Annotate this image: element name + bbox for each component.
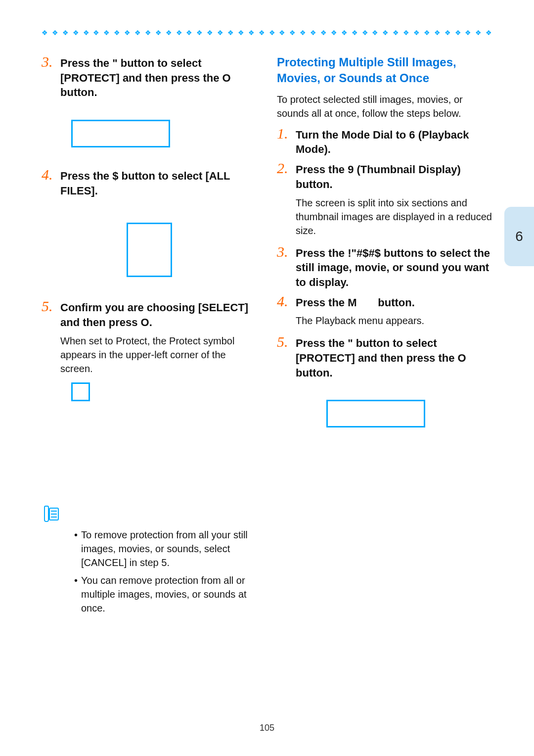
step4-text-b: button.	[378, 296, 415, 309]
protect-symbol-placeholder	[71, 382, 90, 401]
step-body-text: When set to Protect, the Protect symbol …	[60, 334, 257, 376]
step-body-text: The screen is split into six sections an…	[296, 196, 492, 237]
left-column: 3. Press the " button to select [PROTECT…	[42, 54, 257, 619]
manual-page: ❖ ❖ ❖ ❖ ❖ ❖ ❖ ❖ ❖ ❖ ❖ ❖ ❖ ❖ ❖ ❖ ❖ ❖ ❖ ❖ …	[0, 0, 534, 756]
note-block: To remove protection from all your still…	[42, 505, 257, 615]
right-step-2: 2. Press the 9 (Thumbnail Display) butto…	[277, 161, 492, 191]
section-heading: Protecting Multiple Still Images, Movies…	[277, 54, 492, 87]
step-body-text: The Playback menu appears.	[296, 314, 492, 328]
screenshot-placeholder	[127, 223, 172, 277]
two-column-layout: 3. Press the " button to select [PROTECT…	[42, 54, 492, 619]
screenshot-placeholder	[326, 400, 425, 427]
step-number: 4.	[277, 294, 290, 310]
step-text: Press the $ button to select [ALL FILES]…	[60, 167, 257, 198]
step-text: Press the !"#$#$ buttons to select the s…	[296, 244, 492, 290]
left-step-5: 5. Confirm you are choosing [SELECT] and…	[42, 299, 257, 330]
step-text: Press the " button to select [PROTECT] a…	[296, 334, 492, 380]
right-step-4: 4. Press the M button.	[277, 294, 492, 310]
page-number: 105	[0, 723, 534, 733]
step-text: Confirm you are choosing [SELECT] and th…	[60, 299, 257, 330]
note-icon	[42, 505, 59, 523]
step-number: 5.	[42, 299, 54, 330]
note-bullet-2: You can remove protection from all or mu…	[74, 573, 257, 615]
right-step-3: 3. Press the !"#$#$ buttons to select th…	[277, 244, 492, 290]
step-text: Press the " button to select [PROTECT] a…	[60, 54, 257, 100]
note-bullets: To remove protection from all your still…	[42, 528, 257, 615]
section-intro: To protect selected still images, movies…	[277, 93, 492, 120]
step-number: 3.	[277, 244, 290, 290]
right-step-5: 5. Press the " button to select [PROTECT…	[277, 334, 492, 380]
decorative-diamond-border: ❖ ❖ ❖ ❖ ❖ ❖ ❖ ❖ ❖ ❖ ❖ ❖ ❖ ❖ ❖ ❖ ❖ ❖ ❖ ❖ …	[42, 29, 492, 36]
note-bullet-1: To remove protection from all your still…	[74, 528, 257, 569]
step4-text-a: Press the M	[296, 296, 357, 309]
step-text: Turn the Mode Dial to 6 (Playback Mode).	[296, 126, 492, 157]
step-number: 4.	[42, 167, 54, 198]
screenshot-placeholder	[71, 120, 170, 147]
step-text: Press the M button.	[296, 294, 415, 310]
left-step-3: 3. Press the " button to select [PROTECT…	[42, 54, 257, 100]
chapter-tab: 6	[504, 207, 534, 266]
step-text: Press the 9 (Thumbnail Display) button.	[296, 161, 492, 191]
step-number: 5.	[277, 334, 290, 380]
step-number: 3.	[42, 54, 54, 100]
right-step-1: 1. Turn the Mode Dial to 6 (Playback Mod…	[277, 126, 492, 157]
step-number: 1.	[277, 126, 290, 157]
left-step-4: 4. Press the $ button to select [ALL FIL…	[42, 167, 257, 198]
step-number: 2.	[277, 161, 290, 191]
right-column: Protecting Multiple Still Images, Movies…	[277, 54, 492, 619]
